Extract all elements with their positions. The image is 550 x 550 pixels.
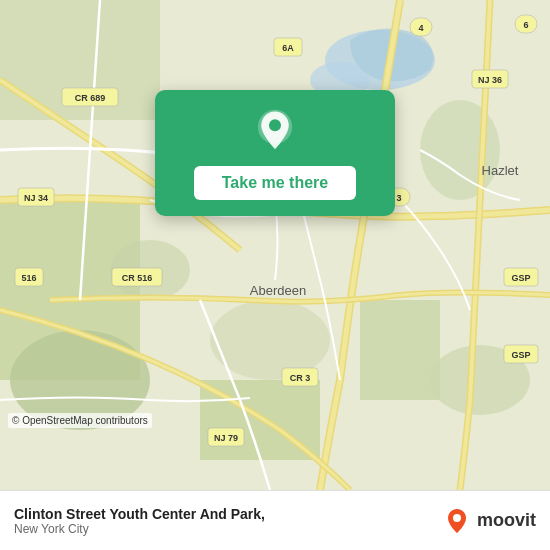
moovit-text-label: moovit <box>477 510 536 531</box>
svg-point-43 <box>453 514 461 522</box>
svg-text:NJ 36: NJ 36 <box>478 75 502 85</box>
svg-point-42 <box>269 119 281 131</box>
svg-text:CR 3: CR 3 <box>290 373 311 383</box>
location-name: Clinton Street Youth Center And Park, <box>14 506 443 522</box>
osm-attribution: © OpenStreetMap contributors <box>8 413 152 428</box>
svg-text:3: 3 <box>396 193 401 203</box>
location-pin-icon <box>251 108 299 156</box>
svg-text:CR 689: CR 689 <box>75 93 106 103</box>
moovit-logo[interactable]: moovit <box>443 507 536 535</box>
svg-text:516: 516 <box>21 273 36 283</box>
map-container: CR 689 NJ 34 6A 4 6 NJ 36 3 516 CR 516 G… <box>0 0 550 490</box>
svg-text:4: 4 <box>418 23 423 33</box>
moovit-brand-icon <box>443 507 471 535</box>
svg-text:Hazlet: Hazlet <box>482 163 519 178</box>
take-me-there-button[interactable]: Take me there <box>194 166 356 200</box>
overlay-card: Take me there <box>155 90 395 216</box>
location-city: New York City <box>14 522 443 536</box>
svg-point-8 <box>420 100 500 200</box>
bottom-bar: Clinton Street Youth Center And Park, Ne… <box>0 490 550 550</box>
svg-text:6: 6 <box>523 20 528 30</box>
svg-text:NJ 79: NJ 79 <box>214 433 238 443</box>
svg-text:CR 516: CR 516 <box>122 273 153 283</box>
location-info: Clinton Street Youth Center And Park, Ne… <box>14 506 443 536</box>
svg-rect-7 <box>360 300 440 400</box>
svg-text:6A: 6A <box>282 43 294 53</box>
svg-text:Aberdeen: Aberdeen <box>250 283 306 298</box>
svg-text:GSP: GSP <box>511 273 530 283</box>
svg-text:NJ 34: NJ 34 <box>24 193 48 203</box>
svg-text:GSP: GSP <box>511 350 530 360</box>
